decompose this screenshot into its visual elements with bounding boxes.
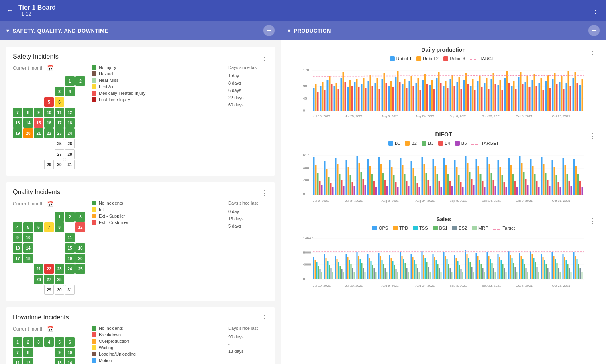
svg-rect-92: [504, 78, 506, 111]
cal-cell: [23, 76, 33, 86]
quality-calendar: Current month 📅 1 2 3: [13, 201, 85, 295]
cal-cell: [13, 76, 22, 86]
cal-cell: [75, 139, 85, 148]
svg-rect-65: [443, 86, 445, 111]
svg-rect-426: [569, 268, 570, 279]
safety-more-button[interactable]: ⋮: [261, 53, 268, 62]
cal-cell: [13, 149, 22, 159]
svg-rect-16: [331, 84, 333, 111]
safety-calendar-icon[interactable]: 📅: [47, 65, 54, 71]
svg-rect-351: [434, 257, 435, 279]
svg-rect-265: [577, 174, 579, 195]
svg-text:0: 0: [303, 277, 305, 281]
svg-rect-33: [370, 75, 371, 111]
cal-cell: 24: [65, 128, 75, 138]
top-menu-button[interactable]: ⋮: [592, 6, 600, 15]
svg-rect-68: [450, 79, 451, 111]
svg-rect-377: [481, 264, 482, 279]
difot-chart-more[interactable]: ⋮: [589, 132, 596, 140]
svg-rect-23: [347, 87, 349, 111]
svg-rect-373: [473, 272, 474, 279]
svg-rect-187: [408, 186, 410, 195]
svg-rect-361: [451, 272, 453, 279]
svg-rect-62: [436, 78, 438, 111]
svg-rect-379: [484, 272, 485, 279]
svg-rect-36: [377, 78, 378, 111]
cal-cell: [65, 97, 75, 107]
safety-block: Safety Incidents ⋮ Current month 📅: [6, 47, 275, 176]
svg-rect-34: [372, 86, 373, 111]
svg-rect-185: [404, 174, 406, 195]
quality-more-button[interactable]: ⋮: [261, 189, 268, 197]
svg-rect-153: [335, 158, 337, 195]
svg-rect-183: [400, 158, 402, 195]
svg-text:8000: 8000: [303, 250, 311, 254]
svg-rect-47: [402, 84, 404, 111]
svg-rect-319: [375, 272, 377, 279]
svg-rect-160: [350, 175, 351, 195]
svg-rect-208: [454, 160, 456, 195]
svg-rect-176: [384, 180, 386, 195]
svg-rect-326: [389, 255, 390, 279]
svg-rect-215: [469, 172, 471, 195]
svg-rect-257: [560, 187, 561, 195]
svg-rect-295: [332, 272, 333, 279]
svg-rect-77: [470, 86, 472, 111]
svg-rect-293: [329, 265, 330, 279]
svg-rect-48: [404, 79, 406, 111]
cal-cell: 15: [34, 118, 43, 128]
svg-rect-382: [490, 259, 491, 279]
svg-rect-107: [539, 83, 540, 111]
svg-rect-204: [445, 165, 447, 195]
svg-rect-147: [321, 185, 323, 195]
svg-rect-423: [564, 257, 565, 279]
cal-cell: [23, 149, 33, 159]
svg-text:Aug 9, 2021: Aug 9, 2021: [382, 284, 399, 287]
svg-text:617: 617: [303, 153, 309, 157]
svg-rect-258: [563, 158, 564, 195]
downtime-more-button[interactable]: ⋮: [261, 314, 268, 323]
svg-text:Oct 29, 2021: Oct 29, 2021: [552, 284, 571, 287]
cal-cell: 26: [65, 139, 75, 148]
svg-text:Oct 29, 2021: Oct 29, 2021: [552, 114, 571, 118]
svg-rect-180: [393, 175, 395, 195]
left-section-title: SAFETY, QUALITY, AND DOWNTIME: [13, 28, 108, 34]
svg-rect-408: [537, 267, 538, 279]
cal-cell: 11: [55, 108, 64, 117]
svg-rect-191: [417, 183, 418, 195]
svg-rect-233: [508, 158, 510, 195]
svg-rect-415: [549, 272, 550, 279]
daily-production-section: Daily production ⋮ Robot 1 Robot 2 Robot…: [291, 47, 596, 122]
right-add-button[interactable]: +: [588, 25, 600, 36]
svg-rect-332: [400, 252, 401, 279]
svg-rect-395: [513, 263, 514, 279]
svg-rect-418: [555, 259, 556, 279]
svg-rect-108: [541, 78, 542, 111]
svg-rect-12: [322, 82, 324, 111]
svg-rect-56: [422, 80, 424, 111]
svg-rect-242: [527, 185, 529, 195]
svg-rect-114: [554, 73, 556, 111]
sales-chart-more[interactable]: ⋮: [589, 216, 596, 225]
safety-legend: No injury Hazard Near Miss First Aid Med…: [92, 65, 222, 104]
svg-rect-46: [399, 82, 401, 111]
svg-rect-10: [317, 92, 319, 111]
svg-rect-230: [502, 175, 503, 195]
svg-rect-81: [479, 76, 481, 111]
svg-rect-31: [365, 88, 367, 111]
quality-calendar-icon[interactable]: 📅: [47, 201, 54, 207]
downtime-calendar-icon[interactable]: 📅: [47, 326, 54, 332]
svg-rect-210: [458, 175, 460, 195]
cal-cell: [55, 76, 64, 86]
cal-cell: 2: [75, 76, 85, 86]
svg-rect-347: [426, 262, 428, 279]
svg-rect-432: [580, 268, 581, 279]
svg-rect-249: [543, 164, 545, 195]
daily-chart-more[interactable]: ⋮: [589, 47, 596, 56]
back-button[interactable]: ←: [6, 6, 14, 15]
left-add-button[interactable]: +: [263, 25, 275, 36]
svg-rect-71: [457, 82, 458, 111]
cal-cell: [34, 149, 43, 159]
svg-rect-324: [385, 268, 386, 279]
cal-cell: [23, 87, 33, 96]
